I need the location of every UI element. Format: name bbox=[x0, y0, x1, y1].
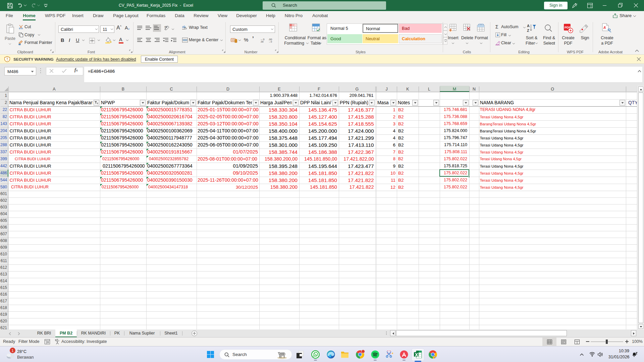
svg-text:A: A bbox=[527, 24, 530, 28]
svg-text:A: A bbox=[603, 26, 606, 29]
svg-text:Z: Z bbox=[527, 28, 529, 33]
